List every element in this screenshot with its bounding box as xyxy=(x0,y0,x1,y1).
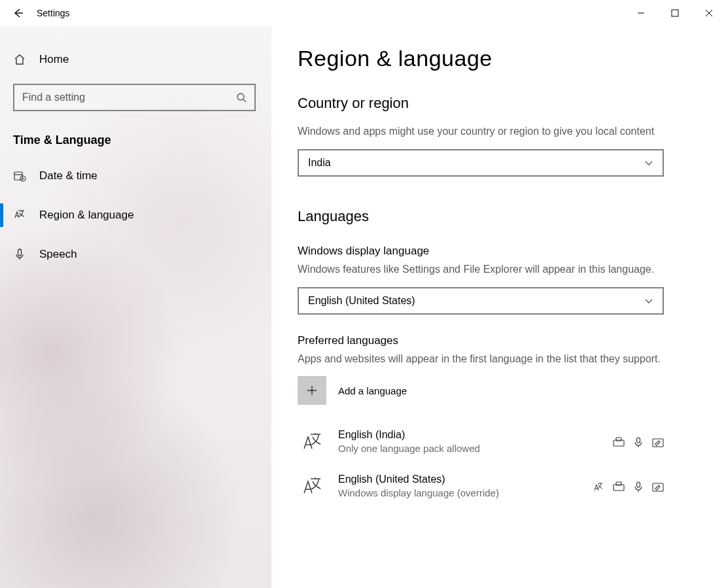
handwriting-icon xyxy=(652,437,664,447)
home-nav[interactable]: Home xyxy=(0,43,271,76)
home-icon xyxy=(13,53,26,66)
language-glyph-icon xyxy=(13,209,26,222)
language-name: English (India) xyxy=(338,428,613,442)
display-language-desc: Windows features like Settings and File … xyxy=(298,262,664,278)
plus-icon xyxy=(306,385,318,396)
sidebar-item-date-time[interactable]: Date & time xyxy=(0,156,271,196)
language-glyph-icon xyxy=(302,432,322,451)
microphone-icon xyxy=(634,481,643,492)
close-icon xyxy=(705,9,713,17)
titlebar: Settings xyxy=(0,0,726,26)
search-placeholder: Find a setting xyxy=(22,92,85,103)
language-sub: Only one language pack allowed xyxy=(338,442,613,455)
chevron-down-icon xyxy=(644,158,653,167)
sidebar-group-title: Time & Language xyxy=(13,133,271,147)
sidebar: Home Find a setting Time & Language xyxy=(0,26,271,588)
calendar-clock-icon xyxy=(13,169,26,182)
svg-rect-8 xyxy=(653,439,663,447)
display-language-dropdown[interactable]: English (United States) xyxy=(298,287,664,315)
sidebar-item-label: Region & language xyxy=(39,209,134,222)
search-input[interactable]: Find a setting xyxy=(13,84,256,111)
preferred-languages-desc: Apps and websites will appear in the fir… xyxy=(298,351,664,368)
language-glyph-icon xyxy=(302,476,322,496)
minimize-button[interactable] xyxy=(624,0,658,26)
language-item[interactable]: English (United States) Windows display … xyxy=(298,468,664,512)
preferred-languages-label: Preferred languages xyxy=(298,334,700,347)
sidebar-item-region-language[interactable]: Region & language xyxy=(0,196,271,235)
keyboard-icon xyxy=(613,481,625,492)
language-sub: Windows display language (override) xyxy=(338,487,593,500)
region-desc: Windows and apps might use your country … xyxy=(298,124,664,140)
microphone-icon xyxy=(634,437,643,447)
region-dropdown[interactable]: India xyxy=(298,149,664,177)
search-icon xyxy=(236,92,247,103)
svg-rect-7 xyxy=(637,438,640,443)
svg-rect-12 xyxy=(653,483,663,491)
languages-heading: Languages xyxy=(298,208,700,225)
back-button[interactable] xyxy=(0,0,37,26)
main-content: Region & language Country or region Wind… xyxy=(271,26,726,588)
home-label: Home xyxy=(39,53,69,66)
language-name: English (United States) xyxy=(338,472,593,487)
svg-rect-2 xyxy=(14,172,22,180)
language-item[interactable]: English (India) Only one language pack a… xyxy=(298,423,664,468)
region-selected: India xyxy=(308,157,331,169)
maximize-button[interactable] xyxy=(658,0,692,26)
maximize-icon xyxy=(671,9,679,17)
close-button[interactable] xyxy=(692,0,726,26)
back-arrow-icon xyxy=(12,7,24,19)
minimize-icon xyxy=(637,9,645,17)
page-title: Region & language xyxy=(298,46,700,71)
sidebar-item-label: Speech xyxy=(39,248,77,261)
region-heading: Country or region xyxy=(298,95,700,112)
microphone-icon xyxy=(13,248,26,261)
svg-point-1 xyxy=(237,94,244,100)
sidebar-item-label: Date & time xyxy=(39,169,97,182)
svg-rect-11 xyxy=(637,482,640,487)
display-language-label: Windows display language xyxy=(298,245,700,258)
handwriting-icon xyxy=(652,481,664,492)
svg-rect-4 xyxy=(18,249,22,256)
chevron-down-icon xyxy=(644,296,653,305)
window-title: Settings xyxy=(37,8,70,18)
svg-rect-0 xyxy=(672,10,678,16)
display-language-selected: English (United States) xyxy=(308,295,415,307)
add-language-label: Add a language xyxy=(338,385,407,396)
add-language-button[interactable]: Add a language xyxy=(298,376,407,405)
keyboard-icon xyxy=(613,437,625,447)
display-language-icon xyxy=(593,481,604,492)
sidebar-item-speech[interactable]: Speech xyxy=(0,235,271,274)
